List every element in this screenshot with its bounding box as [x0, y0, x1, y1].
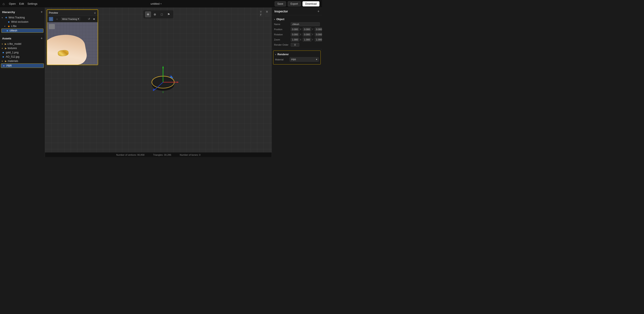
material-value: PBR	[291, 58, 296, 61]
render-order-property: Render Order 0	[272, 42, 322, 47]
tree-item-label: cMesh	[10, 29, 17, 32]
hierarchy-header: Hierarchy +	[0, 10, 45, 14]
name-value[interactable]: cMesh	[291, 22, 320, 26]
preview-scene-dropdown[interactable]: Wrist Tracking ▾	[61, 17, 80, 21]
tree-item-label: Wrist Tracking	[8, 16, 25, 19]
asset-item-pbr[interactable]: ● PBR	[1, 64, 44, 68]
inspector-header: Inspector +	[272, 8, 322, 15]
expand-icon: ▾	[2, 60, 4, 62]
material-icon: ●	[2, 64, 5, 67]
title-chevron[interactable]: ▾	[160, 2, 162, 5]
assets-add-button[interactable]: +	[41, 37, 43, 40]
expand-icon: ▾	[4, 25, 6, 28]
top-menu: Open Edit Settings	[9, 2, 38, 5]
svg-marker-21	[162, 66, 164, 68]
preview-refresh-button[interactable]: ↺	[87, 17, 91, 21]
preview-close-button[interactable]: ∨	[94, 11, 96, 14]
tree-item-label: Wrist occlusion	[11, 20, 28, 23]
expand-icon: ▾	[2, 47, 4, 50]
viewport[interactable]: ✛ ⊕ □ ⚑ TF R	[45, 8, 272, 152]
asset-label: textures	[8, 47, 17, 50]
folder-icon: ▶	[5, 47, 7, 50]
hierarchy-item-cmesh[interactable]: ■ cMesh	[1, 28, 44, 33]
preview-camera-button[interactable]: □	[49, 17, 53, 21]
node-icon: ❖	[5, 16, 8, 19]
download-button[interactable]: Download	[302, 1, 320, 6]
left-panel: Hierarchy + ▾ ❖ Wrist Tracking ■ Wrist o…	[0, 8, 45, 157]
hierarchy-item-wrist-occlusion[interactable]: ■ Wrist occlusion	[0, 20, 45, 24]
save-button[interactable]: Save	[275, 1, 286, 6]
nav-cube[interactable]: TF	[259, 10, 263, 17]
object-section-header[interactable]: ▾ Object	[272, 17, 322, 22]
asset-item-textures[interactable]: ▾ ▶ textures	[0, 46, 45, 50]
status-bar: Number of vertices: 90,858 Triangles: 30…	[45, 152, 272, 157]
svg-marker-19	[177, 82, 179, 83]
position-y-input[interactable]: 0.000	[303, 28, 311, 31]
zoom-y-input[interactable]: 1.000	[303, 38, 311, 42]
zoom-z-input[interactable]: 1.000	[315, 38, 322, 42]
position-z-input[interactable]: 0.000	[315, 28, 322, 31]
renderer-section-header[interactable]: ▾ Renderer	[273, 52, 320, 56]
rotation-z-input[interactable]: 0.000	[315, 32, 322, 36]
home-button[interactable]: ⌂	[2, 2, 5, 6]
vertices-count: Number of vertices: 90,858	[116, 154, 144, 156]
preview-title: Preview	[49, 11, 58, 14]
zoom-x-input[interactable]: 1.000	[291, 38, 299, 42]
nav-r-button[interactable]: R	[264, 10, 270, 17]
material-dropdown[interactable]: PBR ▾	[290, 57, 319, 62]
inspector-panel: Inspector + ▾ Object Name cMesh Position…	[272, 8, 322, 157]
rotation-label: Rotation	[274, 33, 290, 36]
move-tool[interactable]: ✛	[145, 11, 151, 17]
zoom-property: Zoom 1.000 X 1.000 Y 1.000 Z	[272, 37, 322, 42]
rotation-y-input[interactable]: 0.000	[303, 32, 311, 36]
hierarchy-title: Hierarchy	[2, 10, 15, 14]
menu-edit[interactable]: Edit	[19, 2, 24, 5]
asset-item-ao-jpg[interactable]: ■ AO_512.jpg	[0, 54, 45, 59]
folder-icon: ▶	[5, 42, 6, 46]
hierarchy-item-cfbx[interactable]: ▾ ◆ c.fbx	[0, 24, 45, 28]
file-icon: ■	[2, 56, 5, 58]
topbar-actions: Save Export Download	[275, 1, 320, 6]
center-area: ✛ ⊕ □ ⚑ TF R	[45, 8, 272, 157]
export-button[interactable]: Export	[288, 1, 301, 6]
position-values: 0.000 X 0.000 Y 0.000 Z	[291, 28, 322, 31]
rotation-x-input[interactable]: 0.000	[291, 32, 299, 36]
scale-tool[interactable]: □	[159, 11, 165, 17]
position-x-input[interactable]: 0.000	[291, 28, 299, 31]
render-order-label: Render Order	[274, 44, 290, 46]
preview-controls: □ ○ Wrist Tracking ▾ ↺ ■	[47, 16, 98, 22]
object-section-title: Object	[276, 18, 284, 21]
hierarchy-item-wrist-tracking[interactable]: ▾ ❖ Wrist Tracking	[0, 16, 45, 20]
assets-header: Assets +	[0, 36, 45, 41]
asset-name-input[interactable]	[8, 42, 43, 46]
material-label: Material	[275, 58, 288, 61]
bones-count: Number of bones: 0	[180, 154, 200, 156]
zoom-label: Zoom	[274, 38, 290, 41]
asset-item-materials[interactable]: ▾ ▶ materials	[0, 59, 45, 63]
viewport-nav: TF R	[259, 10, 270, 17]
anchor-tool[interactable]: ⚑	[166, 11, 172, 17]
rotate-tool[interactable]: ⊕	[152, 11, 158, 17]
preview-stop-button[interactable]: ■	[92, 17, 96, 21]
menu-settings[interactable]: Settings	[28, 2, 38, 5]
asset-label: materials	[8, 60, 18, 62]
preview-circle-button[interactable]: ○	[55, 17, 59, 21]
hierarchy-add-button[interactable]: +	[41, 10, 43, 14]
folder-icon: ▶	[5, 60, 7, 62]
asset-item-cfbx-model[interactable]: ▾ ▶	[0, 42, 45, 46]
inspector-add-button[interactable]: +	[318, 10, 320, 13]
preview-scene-label: Wrist Tracking	[62, 18, 77, 20]
triangles-count: Triangles: 30,286	[153, 154, 171, 156]
3d-object	[140, 58, 186, 106]
file-icon: ■	[2, 51, 5, 54]
topbar: ⌂ Open Edit Settings untitled ▾ Save Exp…	[0, 0, 322, 8]
asset-item-gold-png[interactable]: ■ gold_1.png	[0, 50, 45, 54]
name-property: Name cMesh	[272, 22, 322, 27]
expand-icon: ▾	[2, 16, 4, 19]
preview-content	[47, 22, 98, 65]
menu-open[interactable]: Open	[9, 2, 16, 5]
preview-titlebar: Preview ∨	[47, 10, 98, 16]
document-title: untitled ▾	[42, 2, 270, 5]
hierarchy-panel: Hierarchy + ▾ ❖ Wrist Tracking ■ Wrist o…	[0, 8, 45, 35]
render-order-input[interactable]: 0	[291, 43, 299, 47]
